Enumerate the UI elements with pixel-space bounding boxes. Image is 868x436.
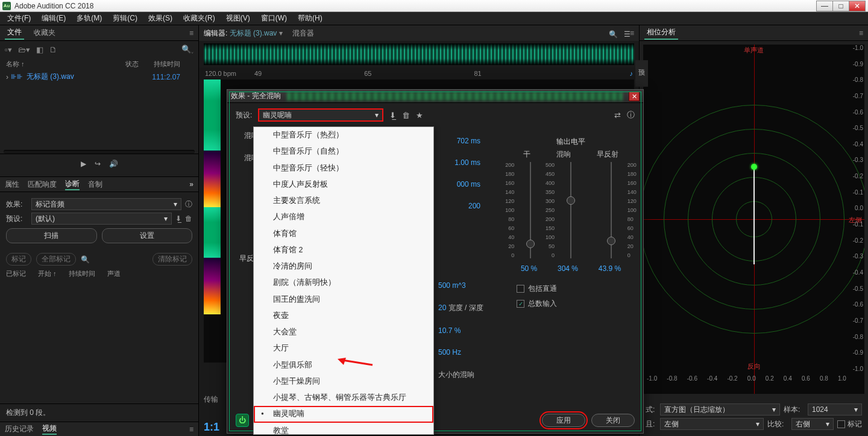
hdr-marked[interactable]: 已标记 [6,269,26,278]
preset-option[interactable]: 主要发言系统 [254,193,433,209]
param-wd[interactable]: 20 [438,304,446,312]
preset-option[interactable]: 中度人声反射板 [254,176,433,193]
menu-edit[interactable]: 编辑(E) [38,12,69,25]
delete-preset-icon[interactable]: 🗑 [402,111,410,120]
menu-help[interactable]: 帮助(H) [294,12,326,25]
preset-side-label[interactable]: 预设 [635,60,648,87]
dialog-close-button[interactable]: ✕ [629,92,640,101]
effect-select[interactable]: 标记音频▾ [31,198,181,210]
dialog-preset-select[interactable]: 幽灵呢喃▾ [258,108,383,122]
early-slider[interactable] [611,162,612,258]
menu-favorites[interactable]: 收藏夹(R) [180,12,219,25]
expand-icon[interactable]: › [6,73,8,81]
record-icon[interactable]: ◧ [36,45,43,54]
bypass-checkbox[interactable]: 包括直通 [517,284,631,294]
preset-option[interactable]: 幽灵呢喃 [254,406,433,422]
menu-view[interactable]: 视图(V) [222,12,254,25]
header-duration[interactable]: 持续时间 [139,60,192,69]
preset-option[interactable]: 小型干燥房间 [254,373,433,390]
hdr-channel[interactable]: 声道 [107,269,121,278]
tab-editor[interactable]: 编辑器: 无标题 (3).wav ▾ [204,28,283,39]
header-status[interactable]: 状态 [102,60,139,69]
preset-option[interactable]: 国王的盥洗间 [254,291,433,308]
file-row[interactable]: › ⊪⊪ 无标题 (3).wav 111:2.07 [0,70,198,84]
hdr-dur[interactable]: 持续时间 [69,269,95,278]
preset-dropdown[interactable]: 中型音乐厅（热烈）中型音乐厅（自然）中型音乐厅（轻快）中度人声反射板主要发言系统… [253,126,434,435]
tab-history[interactable]: 历史记录 [5,424,34,434]
preset-option[interactable]: 体育馆 2 [254,242,433,258]
type-select[interactable]: 直方图（日志缩放）▾ [660,403,780,416]
minimize-button[interactable]: — [816,1,833,11]
filter-icon[interactable]: 🗋 [49,45,57,54]
preset-option[interactable]: 小型俱乐部 [254,357,433,373]
view-list-icon[interactable]: ☰ [624,30,631,39]
menu-multitrack[interactable]: 多轨(M) [73,12,105,25]
mark-button[interactable]: 标记 [6,253,31,266]
menu-file[interactable]: 文件(F) [4,12,34,25]
phase-menu-icon[interactable]: ≡ [859,29,863,37]
tab-diagnostics[interactable]: 诊断 [65,179,80,190]
preset-option[interactable]: 体育馆 [254,226,433,242]
time-ruler[interactable]: 120.0 bpm 49 65 81 ♪ [199,67,639,79]
all-marks-button[interactable]: 全部标记 [36,253,76,266]
search-marks-icon[interactable]: 🔍 [81,255,90,264]
param-hz[interactable]: 500 Hz [438,348,535,357]
waveform-overview[interactable] [204,43,634,65]
preset-option[interactable]: 冷清的房间 [254,258,433,275]
param-pct[interactable]: 10.7 % [438,326,535,335]
tab-favorites[interactable]: 收藏夹 [31,26,58,39]
tab-match[interactable]: 匹配响度 [28,179,57,190]
ch-select[interactable]: 左侧▾ [660,418,764,430]
snap-icon[interactable]: ♪ [630,70,634,77]
preset-option[interactable]: 大厅 [254,340,433,357]
reverb-value[interactable]: 304 % [558,264,578,273]
preset-option[interactable]: 中型音乐厅（热烈） [254,127,433,143]
open-file-icon[interactable]: 🗁▾ [18,45,30,54]
preset-option[interactable]: 人声倍增 [254,209,433,225]
preset-option[interactable]: 夜壶 [254,308,433,324]
preset-option[interactable]: 剧院（清新明快） [254,275,433,291]
menu-window[interactable]: 窗口(W) [257,12,291,25]
close-button[interactable]: ✕ [849,1,866,11]
power-toggle-icon[interactable]: ⏻ [236,414,249,427]
dry-slider[interactable] [530,162,531,258]
mark-checkbox[interactable]: 标记 [837,419,862,429]
info-icon[interactable]: ⓘ [185,199,192,210]
reverb-slider[interactable] [570,162,571,258]
export-icon[interactable]: ↪ [95,160,101,168]
search-icon[interactable]: 🔍˯ [181,45,193,54]
save-preset-icon[interactable]: ⬇̲ [389,111,396,120]
menu-clip[interactable]: 剪辑(C) [109,12,141,25]
favorite-icon[interactable]: ★ [416,111,423,120]
delete-preset-icon[interactable]: 🗑 [185,214,192,223]
tab-properties[interactable]: 属性 [5,179,19,190]
preset-option[interactable]: 中型音乐厅（自然） [254,143,433,160]
save-preset-icon[interactable]: ⬇̲ [175,214,181,223]
history-menu-icon[interactable]: ≡ [189,425,193,434]
speaker-icon[interactable]: 🔊 [109,160,118,168]
sum-checkbox[interactable]: ✓总数输入 [517,299,631,309]
clear-marks-button[interactable]: 清除标记 [153,253,192,266]
compare-select[interactable]: 右侧▾ [791,418,834,430]
menu-effects[interactable]: 效果(S) [145,12,176,25]
early-value[interactable]: 43.9 % [599,264,621,273]
tabs-more-icon[interactable]: » [189,180,193,188]
apply-button[interactable]: 应用 [542,414,585,427]
dialog-info-icon[interactable]: ⓘ [627,110,635,120]
preset-option[interactable]: 中型音乐厅（轻快） [254,160,433,176]
scan-button[interactable]: 扫描 [6,228,97,243]
preset-option[interactable]: 小提琴、古钢琴、铜管乐器等古典乐厅 [254,390,433,406]
zoom-tool-icon[interactable]: 🔍 [609,30,618,39]
new-file-icon[interactable]: ▫▾ [5,45,12,54]
editor-menu-icon[interactable]: ≡ [630,29,634,37]
panel-menu-icon[interactable]: ≡ [189,29,193,37]
play-icon[interactable]: ▶ [81,160,86,168]
samples-select[interactable]: 1024▾ [808,403,862,416]
tab-phase[interactable]: 相位分析 [644,26,678,40]
dry-value[interactable]: 50 % [521,264,537,273]
tab-preset[interactable]: 音制 [88,179,102,190]
header-name[interactable]: 名称 ↑ [6,60,102,69]
maximize-button[interactable]: □ [832,1,849,11]
preset-option[interactable]: 教堂 [254,423,433,435]
tab-video[interactable]: 视频 [42,423,57,435]
